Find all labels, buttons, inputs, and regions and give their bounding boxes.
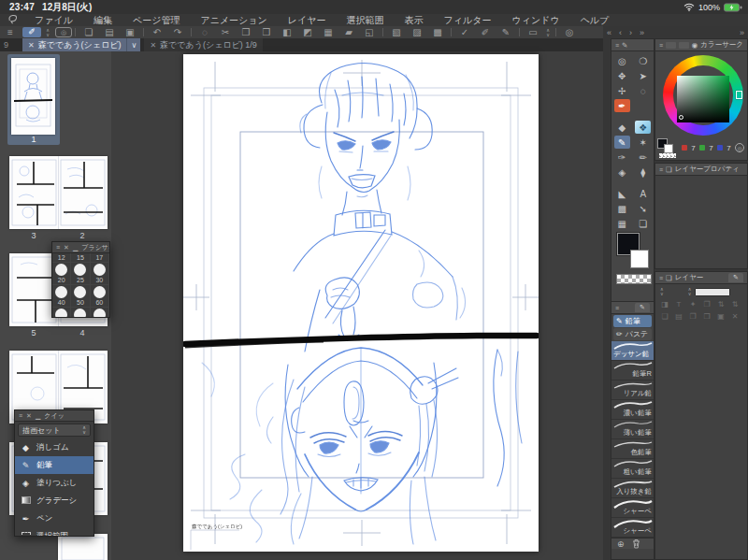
delete-subtool-icon[interactable] (632, 538, 640, 549)
flip-horizontal-icon[interactable]: ◧ (277, 26, 297, 38)
flip-vertical-icon[interactable]: ◩ (297, 26, 318, 38)
subtool-item[interactable]: 濃い鉛筆 (611, 400, 654, 420)
workspace-icon[interactable]: ▭ (523, 26, 543, 38)
help-gesture-icon[interactable]: ◎ (559, 26, 580, 38)
copy-icon[interactable]: ❐ (236, 26, 256, 38)
menu-item-layer[interactable]: レイヤー (278, 14, 337, 27)
panel-menu-icon[interactable]: ≡ (659, 275, 663, 281)
brush-size-option[interactable] (52, 307, 71, 318)
snap-special-icon[interactable]: ✎ (496, 26, 516, 38)
color-view-button-1[interactable] (666, 42, 676, 49)
brush-size-option[interactable]: 25 (71, 262, 90, 284)
panel-menu-icon[interactable]: ≡ (659, 42, 663, 49)
saturation-value-square[interactable] (677, 76, 729, 122)
quick-item-gradient[interactable]: グラデーシ (15, 492, 94, 510)
manga-page[interactable]: 森でであう(シェロビ) (183, 54, 539, 552)
menu-item-filter[interactable]: フィルター (434, 14, 502, 27)
pastel-tool[interactable]: ✏ (635, 151, 651, 164)
menu-item-help[interactable]: ヘルプ (570, 14, 620, 27)
brush-tool[interactable]: ✑ (614, 151, 630, 164)
snap-ruler-icon[interactable]: ✐ (475, 26, 496, 38)
new-layer-icon[interactable]: ❏ (659, 312, 670, 321)
deselect-icon[interactable]: ▧ (386, 26, 407, 38)
subtool-item[interactable]: 粗い鉛筆 (611, 459, 654, 479)
marker-pen-tool[interactable]: ✒ (614, 99, 630, 112)
subtool-item[interactable]: リアル鉛 (611, 381, 654, 400)
layer-header-pencil-icon[interactable]: ✎ (728, 273, 743, 282)
secondary-color-swatch[interactable] (630, 250, 649, 268)
new-page-icon[interactable]: ❏ (79, 26, 99, 38)
hand-tool[interactable]: ✥ (614, 69, 630, 82)
dock-next-icon[interactable]: › (626, 28, 636, 37)
brush-size-option[interactable]: 50 (71, 284, 90, 307)
close-tab-icon[interactable]: ✕ (150, 41, 156, 50)
workspace-stepper[interactable]: ∧∨ (543, 28, 553, 37)
selection-border-icon[interactable]: ▩ (427, 26, 448, 38)
panel-close-icon[interactable]: ✕ (64, 244, 69, 251)
brush-size-option[interactable]: 30 (91, 262, 109, 284)
menu-item-file[interactable]: ファイル (24, 14, 83, 27)
close-tab-icon[interactable]: ✕ (28, 41, 35, 50)
zoom-tool[interactable]: ◎ (614, 54, 630, 67)
tab-dropdown-icon[interactable]: ∨ (126, 38, 140, 51)
panel-menu-icon[interactable]: ≡ (659, 166, 663, 173)
operation-tool[interactable]: ❍ (635, 54, 651, 67)
toolbar-menu-icon[interactable]: ≡ (0, 26, 21, 38)
quick-access-palette[interactable]: ≡ ✕ ▁ クイッ 描画セット ∧∨ ◆ 消しゴム ✎ 鉛筆 ◈ 塗りつぶし グ… (14, 409, 94, 537)
menu-item-edit[interactable]: 編集 (83, 14, 122, 27)
menu-item-animation[interactable]: アニメーション (190, 14, 277, 27)
color-view-button-2[interactable] (679, 42, 689, 49)
tab-inactive[interactable]: ✕ 森でであう(シェロビ) 1/9 (144, 38, 262, 51)
color-swatch-pair[interactable] (657, 138, 678, 157)
quick-set-dropdown[interactable]: 描画セット ∧∨ (18, 424, 91, 437)
brush-size-option[interactable] (91, 307, 109, 318)
layer-order-icon-2[interactable]: ⇅ (729, 300, 741, 309)
subtool-item[interactable]: 薄い鉛筆 (611, 420, 654, 439)
dock-prev-icon[interactable]: ‹ (615, 28, 626, 37)
tool-switch-stepper[interactable]: ∧∨ (43, 28, 52, 37)
active-tool-button[interactable]: ✐ (22, 27, 41, 37)
new-folder-icon[interactable]: ▤ (673, 312, 684, 321)
gradient-tool[interactable]: ▩ (614, 202, 630, 215)
subtool-item[interactable]: シャーペ (611, 498, 654, 518)
decoration-tool[interactable]: ❖ (635, 121, 651, 134)
undo-icon[interactable]: ↶ (147, 26, 167, 38)
text-layer-icon[interactable]: T (673, 300, 684, 309)
layer-opacity-slider[interactable] (695, 288, 730, 296)
blend-mode-icon[interactable]: ◨ (659, 300, 670, 309)
menu-item-window[interactable]: ウィンドウ (501, 14, 569, 27)
subtool-item[interactable]: デッサン鉛 (611, 341, 654, 361)
subtool-group-pastel[interactable]: ✏ パステ (613, 328, 652, 340)
snap-toggle-icon[interactable]: ✓ (454, 26, 475, 38)
export-icon[interactable]: ▣ (120, 26, 140, 38)
page-thumbnail-1[interactable]: 1 (7, 54, 60, 145)
panel-menu-icon[interactable]: ≡ (56, 244, 60, 251)
text-tool[interactable]: A (635, 187, 651, 200)
sv-cursor[interactable] (679, 115, 683, 120)
bucket-tool[interactable]: ◣ (614, 187, 630, 200)
transform-icon[interactable]: ◌ (194, 26, 215, 38)
brush-size-option[interactable]: 17 (91, 253, 109, 262)
fill-icon[interactable]: ▰ (338, 26, 359, 38)
quick-item-selection[interactable]: 選択範囲 (15, 527, 94, 537)
brush-size-option[interactable]: 15 (71, 253, 90, 262)
merge-layer-icon[interactable]: ▣ (715, 312, 726, 321)
subtool-item[interactable]: 入り抜き鉛 (611, 479, 654, 498)
timelapse-icon[interactable]: ◎ (55, 27, 72, 37)
cut-icon[interactable]: ✂ (215, 26, 236, 38)
brush-size-option[interactable]: 12 (52, 253, 71, 262)
lock-layer-icon[interactable]: ✦ (687, 300, 698, 309)
open-file-icon[interactable]: ▤ (99, 26, 120, 38)
ink-tool[interactable]: ◈ (614, 165, 630, 179)
panel-minimize-icon[interactable]: ▁ (36, 412, 40, 420)
subtool-item[interactable]: シャーペ (611, 518, 654, 538)
airbrush-tool[interactable]: ✶ (635, 136, 651, 149)
line-correct-tool[interactable]: ➘ (635, 202, 651, 215)
dock-first-icon[interactable]: « (603, 28, 615, 37)
eraser-tool[interactable]: ◆ (614, 121, 630, 134)
menu-item-view[interactable]: 表示 (395, 14, 434, 27)
invert-selection-icon[interactable]: ▨ (407, 26, 427, 38)
color-picker-icon[interactable]: ◎ (735, 143, 744, 152)
dock-collapse-icon[interactable]: » (736, 28, 748, 37)
lasso-tool[interactable]: ◌ (635, 84, 651, 97)
